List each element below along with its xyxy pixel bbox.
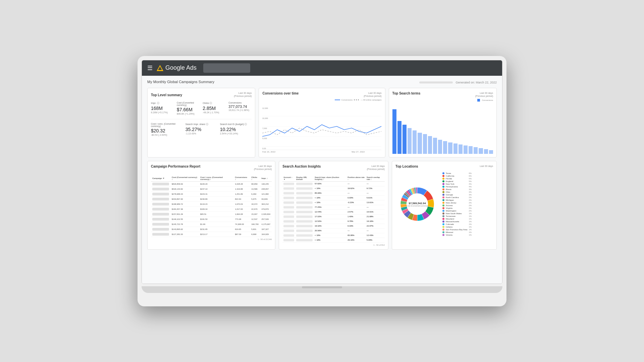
campaign-table-header: Campaign ▼ Cost (Converted currency) ↕ C…: [151, 175, 272, 182]
legend-location-pct: 2%: [469, 202, 472, 204]
campaign-cell-bar: [151, 232, 170, 237]
bar-item: [433, 138, 437, 154]
campaign-cell-cost-conv: $213.17: [199, 232, 234, 237]
col-conversions[interactable]: Conversions ↕: [234, 175, 250, 182]
campaign-cell-cost: $184,457.39: [170, 206, 199, 212]
auction-cell-display: [295, 181, 314, 186]
campaign-cell-clicks: 5,675: [250, 196, 260, 201]
top-panels-row: Top Level summary Last 30 days (Previous…: [147, 88, 497, 158]
table-row: $143,895.62 $231.95 619.65 5,601 197,327: [151, 227, 272, 232]
campaign-cell-bar: [151, 227, 170, 232]
donut-area: $7,589,542.94 Cost (Converted currency) …: [395, 172, 493, 236]
legend-dot-icon: [442, 223, 444, 225]
campaign-cell-bar: [151, 186, 170, 191]
auction-panel: Search Auction Insights Last 30 days (Pr…: [279, 161, 388, 250]
auction-cell-overlap: 16.16%: [366, 219, 385, 224]
list-item: Colorado 1%: [442, 223, 472, 225]
legend-dot-icon: [442, 226, 444, 228]
auction-cell-display: [295, 233, 314, 238]
legend-location-pct: 2%: [469, 196, 472, 198]
bar-item: [402, 125, 407, 154]
campaign-cell-cost: $143,895.62: [170, 227, 199, 232]
search-bar[interactable]: [203, 63, 250, 73]
locations-panel: Top Locations Last 30 days $7,589,542.94…: [392, 161, 497, 250]
list-item: Pennsylvania 4%: [442, 186, 472, 188]
campaign-cell-impr: 364,212: [260, 201, 272, 206]
auction-cell-account: [282, 238, 295, 242]
app-header: ☰ Google Ads: [142, 60, 502, 76]
menu-icon[interactable]: ☰: [147, 64, 153, 72]
donut-chart: $7,589,542.94 Cost (Converted currency): [395, 182, 439, 226]
legend-location-pct: 4%: [469, 186, 472, 188]
col-display-url[interactable]: Display URL domain: [295, 175, 314, 182]
auction-cell-share: 12.44%: [314, 209, 346, 214]
legend-dot-icon: [442, 180, 444, 182]
campaign-table: Campaign ▼ Cost (Converted currency) ↕ C…: [151, 175, 272, 237]
legend-location-pct: 1%: [469, 213, 472, 215]
list-item: San Francisco Bay Area 1%: [442, 229, 472, 231]
col-account[interactable]: Account ↕ ▼: [282, 175, 295, 182]
campaign-cell-bar: [151, 222, 170, 227]
legend-dot-icon: [442, 207, 444, 209]
campaign-cell-impr: 2,335,804: [260, 212, 272, 217]
col-cost-conv[interactable]: Cost / conv. (Converted currency) ↕: [199, 175, 234, 182]
bar-item: [423, 134, 427, 154]
campaign-cell-cost: $145,722.78: [170, 222, 199, 227]
col-search-impr-share[interactable]: Search Impr. share (Auction Insights) ↕: [314, 175, 346, 182]
list-item: Michigan 2%: [442, 199, 472, 201]
bar-item: [459, 144, 463, 154]
list-item: Arizona 2%: [442, 204, 472, 206]
campaign-cell-cost: $203,897.00: [170, 196, 199, 201]
svg-text:10,000: 10,000: [262, 117, 268, 119]
campaign-cell-clicks: 13,586: [250, 186, 260, 191]
auction-cell-display: [295, 224, 314, 228]
auction-table: Account ↕ ▼ Display URL domain Search Im…: [282, 175, 385, 243]
top-summary-panel: Top Level summary Last 30 days (Previous…: [147, 88, 255, 158]
legend-location-name: Massachusetts: [446, 221, 467, 223]
bar-item: [453, 143, 458, 154]
col-position-above[interactable]: Position above rate ↕: [346, 175, 366, 182]
table-row: < 10% 0.00% 5.91%: [282, 195, 385, 200]
campaign-cell-cost-conv: $247.10: [199, 186, 234, 191]
table-row: < 10% 19.62% 9.72%: [282, 186, 385, 191]
campaign-cell-conversions: 1,319.88: [234, 186, 250, 191]
list-item: Tennessee 1%: [442, 215, 472, 217]
col-impr[interactable]: Impr. ↕: [260, 175, 272, 182]
auction-cell-share: < 10%: [314, 195, 346, 200]
search-terms-legend: Conversions: [477, 99, 493, 102]
auction-cell-display: [295, 186, 314, 191]
table-row: 12.44% 2.57% 15.51%: [282, 209, 385, 214]
bar-item: [397, 121, 401, 154]
legend-dot-icon: [442, 218, 444, 220]
auction-cell-account: [282, 181, 295, 186]
auction-cell-account: [282, 191, 295, 195]
col-clicks[interactable]: Clicks ↕: [250, 175, 260, 182]
legend-location-name: Ohio: [446, 191, 467, 193]
campaign-cell-impr: 164,929: [260, 232, 272, 237]
legend-dot-icon: [442, 231, 444, 233]
campaign-cell-clicks: 166,790: [250, 222, 260, 227]
auction-cell-account: [282, 200, 295, 205]
table-row: $127,282.20 $213.17 $97.09 6,668 164,929: [151, 232, 272, 237]
campaign-cell-impr: 93,606: [260, 196, 272, 201]
locations-period: Last 30 days: [480, 165, 493, 168]
table-row: $184,457.39 $183.34 1,017.00 22,670 479,…: [151, 206, 272, 212]
col-campaign[interactable]: Campaign ▼: [151, 175, 170, 182]
list-item: California 6%: [442, 175, 472, 177]
metric-clicks: Clicks ⓘ 2.85M -49.2K (-1.70%): [203, 102, 226, 115]
campaign-cell-conversions: 74,368.00: [234, 222, 250, 227]
auction-cell-share: 17.02%: [314, 214, 346, 219]
auction-cell-account: [282, 195, 295, 200]
legend-dot-icon: [442, 188, 444, 190]
legend-location-pct: 2%: [469, 204, 472, 206]
col-cost[interactable]: Cost (Converted currency) ↕: [170, 175, 199, 182]
table-row: $157,831.29 $95.51 1,664.08 15,007 2,335…: [151, 212, 272, 217]
campaign-period: Last 30 days (Previous period): [254, 165, 272, 171]
legend-location-pct: 2%: [469, 199, 472, 201]
campaign-cell-cost: $526,140.82: [170, 186, 199, 191]
legend-location-name: California: [446, 175, 467, 177]
search-terms-bar-chart: [392, 107, 493, 154]
campaign-cell-conversions: 1,664.08: [234, 212, 250, 217]
auction-cell-share: 85.06%: [314, 191, 346, 195]
col-search-overlap[interactable]: Search overlap rate ↕: [366, 175, 385, 182]
